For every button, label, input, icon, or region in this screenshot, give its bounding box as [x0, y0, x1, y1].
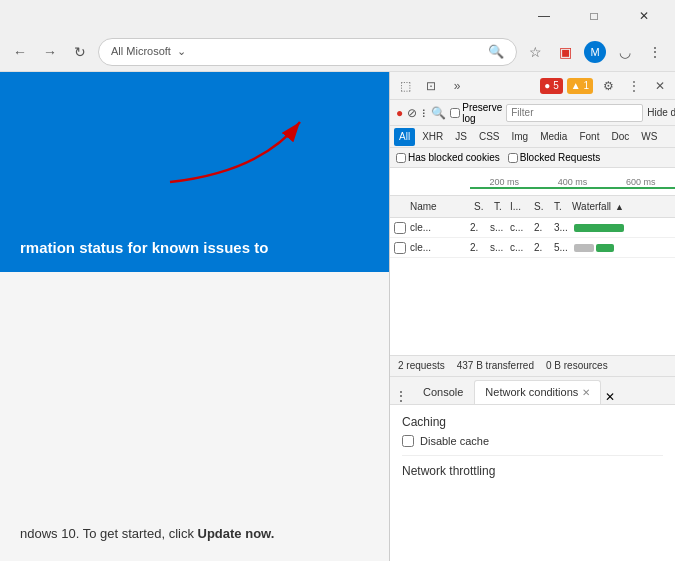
devtools-statusbar: 2 requests 437 B transferred 0 B resourc…: [390, 355, 675, 377]
star-icon[interactable]: ☆: [523, 40, 547, 64]
header-size[interactable]: S.: [530, 201, 550, 212]
row-status: 2.: [468, 222, 488, 233]
network-throttling-title: Network throttling: [402, 464, 663, 478]
type-xhr-button[interactable]: XHR: [417, 128, 448, 146]
type-media-button[interactable]: Media: [535, 128, 572, 146]
opera-icon[interactable]: ▣: [553, 40, 577, 64]
console-tab-label: Console: [423, 386, 463, 398]
row-initiator: c...: [508, 242, 532, 253]
panel-close-button[interactable]: ✕: [605, 390, 615, 404]
reload-button[interactable]: ↻: [68, 40, 92, 64]
waterfall-bar-gray: [574, 244, 594, 252]
hide-data-urls-label: Hide data URLs: [647, 107, 675, 118]
address-bar[interactable]: All Microsoft ⌄ 🔍: [98, 38, 517, 66]
more-options-button[interactable]: ⋮: [623, 75, 645, 97]
devtools-topbar: ⬚ ⊡ » ● 5 ▲ 1 ⚙ ⋮ ✕: [390, 72, 675, 100]
devtools-table-header: Name S. T. I... S. T. Waterfall ▲: [390, 196, 675, 218]
row-name: cle...: [408, 242, 468, 253]
tab-network-conditions[interactable]: Network conditions ✕: [474, 380, 601, 404]
row-size: 2.: [532, 242, 552, 253]
close-button[interactable]: ✕: [621, 0, 667, 32]
extensions-icon[interactable]: ◡: [613, 40, 637, 64]
timeline-200ms: 200 ms: [470, 177, 538, 187]
inspect-element-button[interactable]: ⬚: [394, 75, 416, 97]
header-initiator[interactable]: I...: [506, 201, 530, 212]
type-doc-button[interactable]: Doc: [606, 128, 634, 146]
forward-button[interactable]: →: [38, 40, 62, 64]
preserve-log-checkbox[interactable]: Preserve log: [450, 102, 502, 124]
devtools-close-button[interactable]: ✕: [649, 75, 671, 97]
type-all-button[interactable]: All: [394, 128, 415, 146]
more-tabs-button[interactable]: »: [446, 75, 468, 97]
network-conditions-tab-label: Network conditions: [485, 386, 578, 398]
back-button[interactable]: ←: [8, 40, 32, 64]
filter-input[interactable]: [506, 104, 643, 122]
browser-toolbar: ← → ↻ All Microsoft ⌄ 🔍 ☆ ▣ M ◡ ⋮: [0, 32, 675, 72]
row-status: 2.: [468, 242, 488, 253]
table-row[interactable]: cle... 2. s... c... 2. 5...: [390, 238, 675, 258]
network-conditions-close-icon[interactable]: ✕: [582, 387, 590, 398]
disable-cache-row: Disable cache: [402, 435, 663, 447]
tab-console[interactable]: Console: [412, 380, 474, 404]
record-button[interactable]: ●: [396, 102, 403, 124]
page-blue-bold: rmation status for known issues to: [20, 239, 268, 256]
page-blue-section: rmation status for known issues to: [0, 72, 389, 272]
header-name[interactable]: Name: [406, 201, 470, 212]
requests-count: 2 requests: [398, 360, 445, 371]
section-divider: [402, 455, 663, 456]
devtools-table-body: cle... 2. s... c... 2. 3... cle... 2. s.…: [390, 218, 675, 355]
device-mode-button[interactable]: ⊡: [420, 75, 442, 97]
waterfall-bar-green2: [596, 244, 614, 252]
transferred-size: 437 B transferred: [457, 360, 534, 371]
row-type: s...: [488, 242, 508, 253]
row-waterfall: [572, 224, 671, 232]
search-icon: 🔍: [488, 44, 504, 59]
devtools-panel: ⬚ ⊡ » ● 5 ▲ 1 ⚙ ⋮ ✕ ● ⊘ ⫶ 🔍 Preserve log: [389, 72, 675, 561]
resources-size: 0 B resources: [546, 360, 608, 371]
header-waterfall[interactable]: Waterfall ▲: [568, 201, 671, 212]
settings-button[interactable]: ⚙: [597, 75, 619, 97]
row-checkbox[interactable]: [394, 222, 406, 234]
update-link[interactable]: Update now.: [198, 526, 275, 541]
page-bottom-text: ndows 10. To get started, click Update n…: [20, 526, 369, 541]
row-size: 2.: [532, 222, 552, 233]
header-status[interactable]: S.: [470, 201, 490, 212]
type-js-button[interactable]: JS: [450, 128, 472, 146]
main-area: rmation status for known issues to ndows…: [0, 72, 675, 561]
disable-cache-label: Disable cache: [420, 435, 489, 447]
row-time: 3...: [552, 222, 572, 233]
devtools-bottomtabs: ⋮ Console Network conditions ✕ ✕: [390, 377, 675, 405]
disable-cache-checkbox[interactable]: [402, 435, 414, 447]
warnings-badge: ▲ 1: [567, 78, 593, 94]
has-blocked-cookies-checkbox[interactable]: Has blocked cookies: [396, 152, 500, 163]
timeline-600ms: 600 ms: [607, 177, 675, 187]
header-type[interactable]: T.: [490, 201, 506, 212]
clear-button[interactable]: ⊘: [407, 102, 417, 124]
type-font-button[interactable]: Font: [574, 128, 604, 146]
minimize-button[interactable]: —: [521, 0, 567, 32]
network-conditions-panel: Caching Disable cache Network throttling: [390, 405, 675, 562]
devtools-filterbar: ● ⊘ ⫶ 🔍 Preserve log Hide data URLs ⚙: [390, 100, 675, 126]
filter-toggle-button[interactable]: ⫶: [421, 102, 427, 124]
maximize-button[interactable]: □: [571, 0, 617, 32]
type-img-button[interactable]: Img: [506, 128, 533, 146]
blocked-requests-checkbox[interactable]: Blocked Requests: [508, 152, 601, 163]
row-name: cle...: [408, 222, 468, 233]
page-white-section: ndows 10. To get started, click Update n…: [0, 272, 389, 561]
menu-icon[interactable]: ⋮: [643, 40, 667, 64]
type-ws-button[interactable]: WS: [636, 128, 662, 146]
row-time: 5...: [552, 242, 572, 253]
page-blue-text: rmation status for known issues to: [20, 239, 369, 256]
search-button[interactable]: 🔍: [431, 102, 446, 124]
header-time[interactable]: T.: [550, 201, 568, 212]
devtools-timeline: 200 ms 400 ms 600 ms: [390, 168, 675, 196]
row-checkbox[interactable]: [394, 242, 406, 254]
table-row[interactable]: cle... 2. s... c... 2. 3...: [390, 218, 675, 238]
page-content: rmation status for known issues to ndows…: [0, 72, 389, 561]
type-css-button[interactable]: CSS: [474, 128, 505, 146]
caching-title: Caching: [402, 415, 663, 429]
profile-icon[interactable]: M: [583, 40, 607, 64]
errors-badge: ● 5: [540, 78, 562, 94]
title-bar: — □ ✕: [0, 0, 675, 32]
tabs-menu-button[interactable]: ⋮: [394, 388, 408, 404]
